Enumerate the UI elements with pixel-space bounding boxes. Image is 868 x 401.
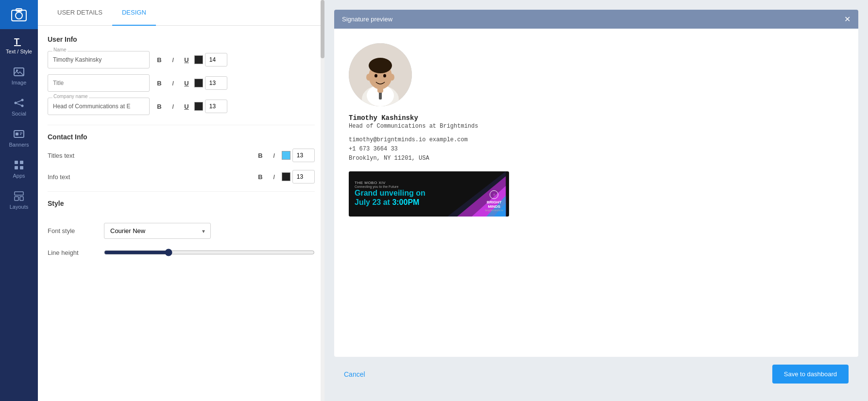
svg-point-29 (369, 58, 392, 73)
contact-rows: Titles text B I Info text B (48, 149, 315, 184)
scroll-thumb[interactable] (321, 0, 324, 58)
title-size-wrap (205, 76, 227, 90)
company-color-picker[interactable] (194, 102, 203, 111)
titles-color-picker[interactable] (282, 151, 290, 160)
name-size-input[interactable] (205, 53, 227, 67)
signature-job-title: Head of Communications at Brightminds (349, 123, 478, 130)
titles-format-controls: B I (255, 149, 315, 162)
company-size-wrap (205, 100, 227, 113)
company-bold-btn[interactable]: B (153, 100, 165, 112)
avatar (349, 43, 412, 106)
cancel-button[interactable]: Cancel (344, 370, 365, 378)
sidebar-item-text-style[interactable]: T Text / Style (0, 29, 38, 60)
name-underline-btn[interactable]: U (181, 54, 192, 66)
info-color-picker[interactable] (282, 172, 290, 181)
tab-user-details[interactable]: USER DETAILS (48, 0, 112, 26)
company-label: Company name (52, 94, 89, 99)
title-bold-btn[interactable]: B (153, 77, 165, 89)
title-input[interactable] (48, 74, 150, 92)
company-input[interactable] (48, 98, 150, 115)
signature-banner: THE MOBO XIV Connecting you to the Futur… (349, 171, 509, 217)
style-section: Style Font style Arial Courier New Georg… (48, 200, 315, 256)
svg-line-11 (17, 103, 21, 105)
save-button[interactable]: Save to dashboard (772, 365, 849, 384)
preview-close-icon[interactable]: ✕ (844, 15, 851, 24)
social-icon (13, 97, 25, 109)
sig-email: timothy@brigntminds.io example.com (349, 136, 468, 143)
titles-size-input[interactable] (292, 149, 315, 162)
banner-time: 3:00PM (392, 198, 419, 206)
svg-point-33 (390, 74, 394, 81)
font-select-wrapper: Arial Courier New Georgia Times New Roma… (104, 223, 211, 239)
title-underline-btn[interactable]: U (181, 77, 192, 89)
info-text-label: Info text (48, 173, 70, 181)
info-text-row: Info text B I (48, 170, 315, 184)
avatar-image (349, 43, 412, 106)
titles-bold-btn[interactable]: B (255, 150, 266, 161)
tab-design[interactable]: DESIGN (112, 0, 156, 26)
title-row: B I U (48, 74, 315, 92)
sidebar-item-apps[interactable]: Apps (0, 153, 38, 184)
title-italic-btn[interactable]: I (167, 77, 179, 89)
svg-rect-16 (15, 161, 18, 164)
name-italic-btn[interactable]: I (167, 54, 179, 66)
banner-event-label: THE MOBO XIV (355, 181, 425, 185)
svg-point-30 (374, 74, 377, 78)
info-bold-btn[interactable]: B (255, 171, 266, 183)
banner-brand-1: BRIGHT (485, 200, 503, 204)
svg-rect-18 (15, 166, 18, 169)
sidebar-item-image[interactable]: Image (0, 60, 38, 91)
banner-brand-2: MINDS (485, 204, 503, 209)
info-size-input[interactable] (292, 170, 315, 184)
tabs: USER DETAILS DESIGN (38, 0, 324, 26)
company-italic-btn[interactable]: I (167, 100, 179, 112)
name-size-wrap (205, 53, 227, 67)
signature-name: Timothy Kashinsky (349, 114, 418, 122)
svg-point-7 (15, 102, 17, 104)
banner-logo-icon: ○ (490, 190, 498, 199)
company-underline-btn[interactable]: U (181, 100, 192, 112)
name-input[interactable] (48, 51, 150, 68)
right-panel: Signature preview ✕ (324, 0, 868, 401)
company-format-controls: B I U (153, 100, 227, 113)
font-select[interactable]: Arial Courier New Georgia Times New Roma… (104, 223, 211, 239)
company-size-input[interactable] (205, 100, 227, 113)
svg-rect-22 (20, 197, 23, 200)
banner-website: brightminds.io (485, 209, 503, 212)
banners-icon (13, 128, 25, 140)
banner-logo-area: ○ BRIGHT MINDS brightminds.io (485, 190, 503, 212)
titles-size-wrap (292, 149, 315, 162)
name-color-picker[interactable] (194, 55, 203, 64)
info-format-controls: B I (255, 170, 315, 184)
sidebar-item-social[interactable]: Social (0, 91, 38, 122)
layouts-icon (13, 190, 25, 202)
font-style-row: Font style Arial Courier New Georgia Tim… (48, 223, 315, 239)
sidebar-item-layouts[interactable]: Layouts (0, 184, 38, 216)
name-bold-btn[interactable]: B (153, 54, 165, 66)
line-height-row: Line height (48, 249, 315, 256)
sidebar-logo[interactable] (0, 0, 38, 29)
sig-address: Brooklyn, NY 11201, USA (349, 155, 429, 162)
svg-point-9 (21, 105, 24, 107)
bottom-bar: Cancel Save to dashboard (334, 357, 858, 391)
scrollbar[interactable] (321, 0, 324, 401)
info-italic-btn[interactable]: I (268, 171, 280, 183)
titles-text-label: Titles text (48, 152, 74, 159)
sig-phone: +1 673 3664 33 (349, 146, 398, 152)
titles-italic-btn[interactable]: I (268, 150, 280, 161)
svg-point-32 (366, 74, 371, 81)
style-title: Style (48, 200, 315, 207)
name-row: Name B I U (48, 51, 315, 68)
title-color-picker[interactable] (194, 79, 203, 87)
banner-text-area: THE MOBO XIV Connecting you to the Futur… (349, 176, 431, 212)
company-row: Company name B I U (48, 98, 315, 115)
titles-text-row: Titles text B I (48, 149, 315, 162)
sidebar-item-banners[interactable]: Banners (0, 122, 38, 153)
svg-point-31 (383, 74, 386, 78)
name-input-wrap: Name (48, 51, 150, 68)
line-height-slider[interactable] (104, 249, 315, 256)
text-icon: T (13, 35, 25, 47)
company-input-wrap: Company name (48, 98, 150, 115)
banner-tagline: Connecting you to the Future (355, 185, 425, 188)
title-size-input[interactable] (205, 76, 227, 90)
